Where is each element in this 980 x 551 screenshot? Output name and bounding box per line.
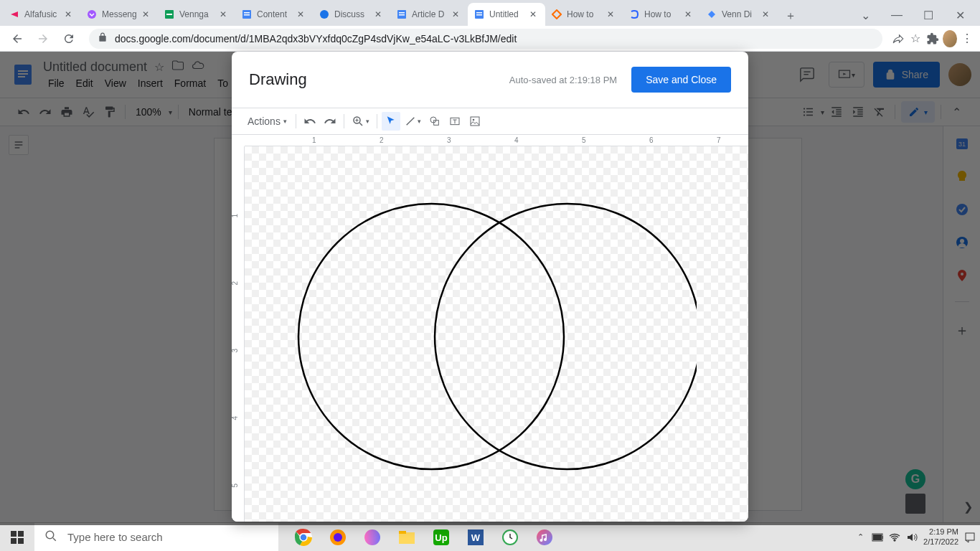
undo-icon[interactable] bbox=[14, 103, 33, 121]
browser-tab[interactable]: Messeng✕ bbox=[80, 3, 158, 26]
menu-format[interactable]: Format bbox=[169, 76, 211, 90]
clock[interactable]: 2:19 PM 2/17/2022 bbox=[923, 527, 958, 546]
close-icon[interactable]: ✕ bbox=[452, 9, 462, 19]
spellcheck-icon[interactable] bbox=[79, 103, 98, 121]
increase-indent-icon[interactable] bbox=[849, 103, 867, 121]
shape-tool-icon[interactable] bbox=[425, 112, 444, 131]
calendar-icon[interactable]: 31 bbox=[955, 136, 969, 151]
bullet-list-icon[interactable] bbox=[799, 103, 818, 121]
wifi-icon[interactable] bbox=[889, 532, 900, 543]
collapse-toolbar-icon[interactable]: ⌃ bbox=[947, 103, 966, 121]
textbox-tool-icon[interactable] bbox=[446, 112, 464, 131]
side-panel-arrow-icon[interactable]: ❯ bbox=[963, 500, 973, 514]
extensions-icon[interactable] bbox=[925, 32, 940, 46]
tray-expand-icon[interactable]: ⌃ bbox=[854, 532, 866, 543]
back-button[interactable] bbox=[6, 27, 29, 50]
close-icon[interactable]: ✕ bbox=[529, 9, 540, 19]
contacts-icon[interactable] bbox=[955, 235, 969, 250]
star-icon[interactable]: ☆ bbox=[154, 60, 164, 74]
new-tab-button[interactable]: ＋ bbox=[781, 6, 801, 26]
minimize-button[interactable]: — bbox=[882, 4, 911, 26]
add-addon-icon[interactable]: ＋ bbox=[955, 321, 969, 335]
messenger-icon[interactable] bbox=[356, 523, 389, 552]
profile-avatar-icon[interactable] bbox=[943, 32, 957, 46]
start-button[interactable] bbox=[0, 523, 34, 552]
clear-format-icon[interactable] bbox=[870, 103, 889, 121]
grammarly-icon[interactable]: G bbox=[905, 469, 925, 489]
redo-icon[interactable] bbox=[36, 103, 55, 121]
venn-diagram[interactable] bbox=[295, 197, 697, 476]
maximize-button[interactable]: ☐ bbox=[914, 4, 943, 26]
browser-tab[interactable]: How to✕ bbox=[545, 3, 623, 26]
close-icon[interactable]: ✕ bbox=[297, 9, 307, 19]
explore-icon[interactable] bbox=[905, 494, 925, 514]
share-page-icon[interactable] bbox=[891, 32, 905, 46]
menu-file[interactable]: File bbox=[43, 76, 70, 90]
chevron-down-icon[interactable]: ⌄ bbox=[851, 4, 880, 26]
close-icon[interactable]: ✕ bbox=[607, 9, 617, 19]
drawing-title: Drawing bbox=[249, 70, 307, 89]
volume-icon[interactable] bbox=[906, 532, 918, 543]
forward-button[interactable] bbox=[32, 27, 55, 50]
comment-history-icon[interactable] bbox=[794, 62, 820, 88]
keep-icon[interactable] bbox=[955, 169, 969, 184]
menu-view[interactable]: View bbox=[100, 76, 131, 90]
close-window-button[interactable]: ✕ bbox=[946, 4, 974, 26]
line-tool-icon[interactable]: ▾ bbox=[402, 112, 424, 131]
reload-button[interactable] bbox=[57, 27, 80, 50]
actions-menu[interactable]: Actions▾ bbox=[243, 112, 291, 131]
print-icon[interactable] bbox=[57, 103, 76, 121]
paint-format-icon[interactable] bbox=[100, 103, 119, 121]
firefox-icon[interactable] bbox=[321, 523, 354, 552]
bookmark-star-icon[interactable]: ☆ bbox=[908, 32, 923, 46]
docs-logo-icon[interactable] bbox=[9, 60, 37, 89]
browser-tab[interactable]: Vennga✕ bbox=[158, 3, 235, 26]
menu-insert[interactable]: Insert bbox=[133, 76, 168, 90]
share-button[interactable]: Share bbox=[873, 62, 940, 88]
close-icon[interactable]: ✕ bbox=[374, 9, 385, 19]
notifications-icon[interactable] bbox=[964, 532, 976, 543]
image-tool-icon[interactable] bbox=[466, 112, 484, 131]
browser-tab[interactable]: Article D✕ bbox=[390, 3, 468, 26]
menu-tools[interactable]: To bbox=[212, 76, 233, 90]
browser-tab-active[interactable]: Untitled✕ bbox=[468, 3, 545, 26]
close-icon[interactable]: ✕ bbox=[762, 9, 772, 19]
taskbar-search[interactable]: Type here to search bbox=[34, 523, 278, 552]
document-title[interactable]: Untitled document bbox=[43, 60, 147, 75]
zoom-select[interactable]: 100% bbox=[131, 106, 166, 118]
clock-app-icon[interactable] bbox=[494, 523, 527, 552]
cloud-status-icon[interactable] bbox=[192, 59, 204, 75]
decrease-indent-icon[interactable] bbox=[827, 103, 846, 121]
browser-tab[interactable]: Venn Di✕ bbox=[700, 3, 778, 26]
upwork-icon[interactable]: Up bbox=[425, 523, 458, 552]
move-icon[interactable] bbox=[171, 59, 184, 75]
browser-menu-icon[interactable]: ⋮ bbox=[960, 32, 974, 46]
drawing-canvas[interactable] bbox=[245, 146, 748, 522]
close-icon[interactable]: ✕ bbox=[142, 9, 152, 19]
editing-mode-button[interactable]: ▾ bbox=[901, 101, 935, 123]
maps-icon[interactable] bbox=[955, 268, 969, 283]
browser-tab[interactable]: How to✕ bbox=[623, 3, 700, 26]
file-explorer-icon[interactable] bbox=[390, 523, 423, 552]
browser-tab[interactable]: Alfafusic✕ bbox=[3, 3, 80, 26]
url-field[interactable]: docs.google.com/document/d/1MBA2qdx3bVYx… bbox=[89, 29, 882, 49]
close-icon[interactable]: ✕ bbox=[220, 9, 230, 19]
select-tool-icon[interactable] bbox=[382, 112, 400, 131]
outline-toggle-icon[interactable] bbox=[9, 135, 29, 155]
close-icon[interactable]: ✕ bbox=[684, 9, 694, 19]
close-icon[interactable]: ✕ bbox=[65, 9, 75, 19]
redo-icon[interactable] bbox=[321, 112, 339, 131]
browser-tab[interactable]: Discuss✕ bbox=[313, 3, 390, 26]
account-avatar[interactable] bbox=[948, 63, 971, 86]
save-close-button[interactable]: Save and Close bbox=[631, 67, 731, 93]
zoom-icon[interactable]: ▾ bbox=[349, 112, 372, 131]
word-icon[interactable]: W bbox=[459, 523, 492, 552]
browser-tab[interactable]: Content✕ bbox=[235, 3, 313, 26]
battery-icon[interactable] bbox=[872, 532, 883, 543]
menu-edit[interactable]: Edit bbox=[71, 76, 98, 90]
itunes-icon[interactable] bbox=[528, 523, 561, 552]
present-icon[interactable]: ▾ bbox=[829, 62, 864, 88]
chrome-icon[interactable] bbox=[287, 523, 320, 552]
tasks-icon[interactable] bbox=[955, 202, 969, 217]
undo-icon[interactable] bbox=[301, 112, 319, 131]
